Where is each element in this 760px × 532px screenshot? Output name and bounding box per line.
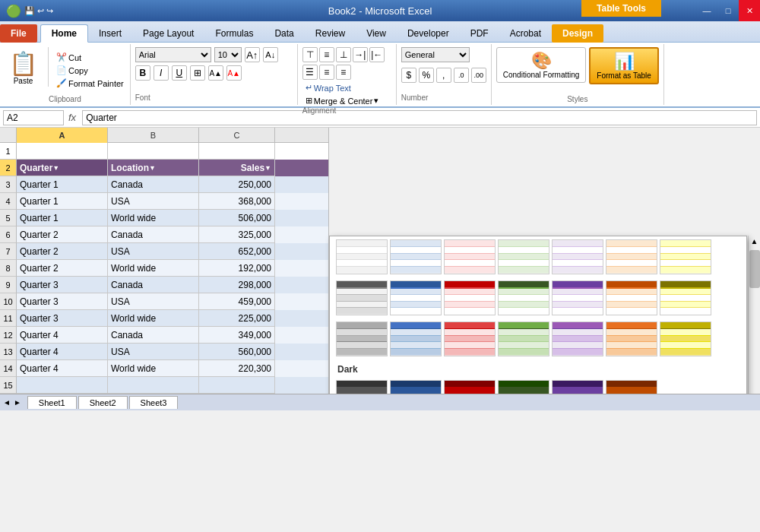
cell-a3[interactable]: Quarter 1 [17, 176, 108, 193]
cell-b5[interactable]: World wide [108, 210, 199, 226]
cell-c1[interactable] [199, 143, 275, 160]
cell-b2[interactable]: Location ▼ [108, 160, 199, 176]
tab-file[interactable]: File [0, 24, 37, 43]
cell-b3[interactable]: Canada [108, 176, 199, 193]
style-swatch[interactable] [390, 380, 442, 394]
cell-c6[interactable]: 325,000 [199, 226, 275, 243]
style-swatch[interactable] [336, 280, 388, 315]
tab-scroll-right[interactable]: ► [14, 398, 21, 407]
align-middle-button[interactable]: ≡ [319, 47, 334, 62]
paste-button[interactable]: 📋 Paste [3, 49, 43, 87]
percent-button[interactable]: % [419, 68, 434, 83]
align-center-button[interactable]: ≡ [319, 65, 334, 80]
decrease-decimal-button[interactable]: .0 [454, 68, 469, 83]
tab-formulas[interactable]: Formulas [204, 24, 264, 43]
conditional-formatting-button[interactable]: 🎨 Conditional Formatting [496, 47, 587, 83]
cell-b13[interactable]: USA [108, 344, 199, 360]
cell-c9[interactable]: 298,000 [199, 277, 275, 293]
style-swatch[interactable] [336, 239, 388, 274]
cut-button[interactable]: ✂️ Cut [53, 52, 127, 63]
underline-button[interactable]: U [172, 65, 187, 81]
cell-c14[interactable]: 220,300 [199, 360, 275, 377]
tab-view[interactable]: View [356, 24, 397, 43]
cell-a5[interactable]: Quarter 1 [17, 210, 108, 226]
grow-font-button[interactable]: A↑ [245, 47, 260, 62]
sheet-tab-1[interactable]: Sheet1 [27, 396, 77, 409]
cell-a4[interactable]: Quarter 1 [17, 193, 108, 210]
cell-b11[interactable]: World wide [108, 310, 199, 327]
col-header-a[interactable]: A [17, 128, 108, 143]
tab-pdf[interactable]: PDF [460, 24, 499, 43]
cell-a6[interactable]: Quarter 2 [17, 226, 108, 243]
style-swatch[interactable] [444, 239, 496, 274]
align-bottom-button[interactable]: ⊥ [336, 47, 351, 62]
minimize-btn[interactable]: — [696, 0, 717, 21]
cell-c3[interactable]: 250,000 [199, 176, 275, 193]
cell-a7[interactable]: Quarter 2 [17, 243, 108, 260]
cell-c2[interactable]: Sales ▼ [199, 160, 275, 176]
format-as-table-button[interactable]: 📊 Format as Table [589, 47, 659, 84]
style-swatch[interactable] [498, 239, 549, 274]
tab-home[interactable]: Home [40, 24, 88, 43]
number-format-select[interactable]: General [401, 47, 470, 62]
tab-developer[interactable]: Developer [397, 24, 460, 43]
cell-b7[interactable]: USA [108, 243, 199, 260]
align-right-button[interactable]: ≡ [336, 65, 351, 80]
sheet-tab-3[interactable]: Sheet3 [129, 396, 179, 409]
cell-c10[interactable]: 459,000 [199, 293, 275, 310]
window-controls[interactable]: — □ ✕ [696, 0, 760, 21]
tab-design[interactable]: Design [552, 24, 603, 43]
cell-a2[interactable]: Quarter ▼ [17, 160, 108, 176]
cell-c12[interactable]: 349,000 [199, 327, 275, 344]
cell-a13[interactable]: Quarter 4 [17, 344, 108, 360]
wrap-text-button[interactable]: ↵ Wrap Text [302, 82, 354, 93]
cell-b9[interactable]: Canada [108, 277, 199, 293]
style-swatch[interactable] [606, 321, 657, 356]
col-header-b[interactable]: B [108, 128, 199, 143]
col-header-c[interactable]: C [199, 128, 275, 143]
cell-b4[interactable]: USA [108, 193, 199, 210]
scroll-up-btn[interactable]: ▲ [749, 236, 760, 247]
style-swatch[interactable] [552, 321, 603, 356]
indent-button[interactable]: →| [353, 47, 368, 62]
style-swatch[interactable] [444, 380, 496, 394]
cell-reference-input[interactable] [3, 110, 64, 125]
cell-c13[interactable]: 560,000 [199, 344, 275, 360]
tab-review[interactable]: Review [305, 24, 356, 43]
formula-input[interactable] [82, 110, 757, 125]
tab-insert[interactable]: Insert [88, 24, 132, 43]
cell-c4[interactable]: 368,000 [199, 193, 275, 210]
cell-b8[interactable]: World wide [108, 260, 199, 277]
comma-button[interactable]: , [436, 68, 451, 83]
cell-a11[interactable]: Quarter 3 [17, 310, 108, 327]
style-swatch[interactable] [660, 280, 711, 315]
cell-b14[interactable]: World wide [108, 360, 199, 377]
style-swatch[interactable] [606, 380, 657, 394]
quick-access-toolbar[interactable]: 💾 ↩ ↪ [24, 4, 53, 18]
cell-b10[interactable]: USA [108, 293, 199, 310]
font-color-button[interactable]: A▲ [226, 65, 242, 81]
style-swatch[interactable] [336, 380, 388, 394]
fill-color-button[interactable]: A▲ [208, 65, 223, 81]
italic-button[interactable]: I [154, 65, 169, 81]
copy-button[interactable]: 📄 Copy [53, 65, 127, 76]
style-swatch[interactable] [444, 280, 496, 315]
style-swatch[interactable] [498, 280, 549, 315]
close-btn[interactable]: ✕ [739, 0, 760, 21]
merge-center-button[interactable]: ⊞ Merge & Center ▾ [302, 95, 382, 106]
style-swatch[interactable] [390, 239, 442, 274]
maximize-btn[interactable]: □ [717, 0, 739, 21]
cell-c11[interactable]: 225,000 [199, 310, 275, 327]
style-swatch[interactable] [552, 380, 603, 394]
font-name-select[interactable]: Arial [135, 47, 211, 62]
cell-a8[interactable]: Quarter 2 [17, 260, 108, 277]
cell-c15[interactable] [199, 377, 275, 394]
cell-b12[interactable]: Canada [108, 327, 199, 344]
style-swatch[interactable] [606, 280, 657, 315]
cell-a1[interactable] [17, 143, 108, 160]
outdent-button[interactable]: |← [369, 47, 385, 62]
cell-a12[interactable]: Quarter 4 [17, 327, 108, 344]
cell-a10[interactable]: Quarter 3 [17, 293, 108, 310]
align-top-button[interactable]: ⊤ [302, 47, 318, 62]
style-swatch[interactable] [390, 321, 442, 356]
